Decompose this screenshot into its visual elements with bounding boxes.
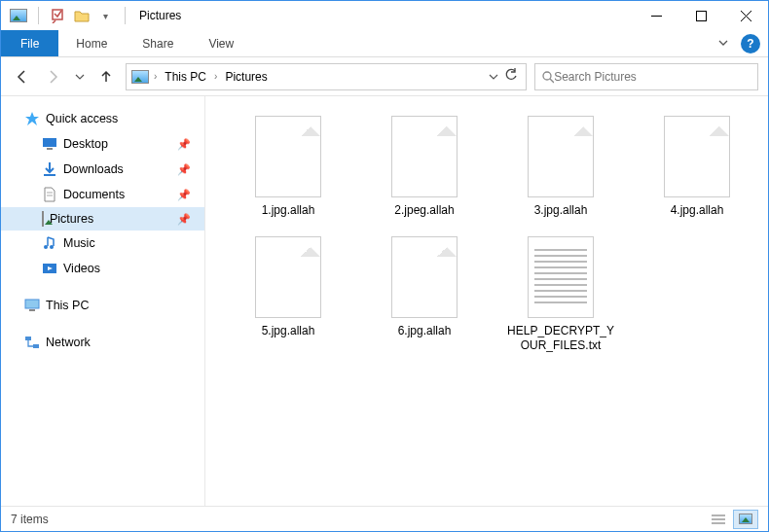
music-icon	[42, 235, 57, 251]
new-folder-icon[interactable]	[72, 6, 92, 25]
file-item[interactable]: 6.jpg.allah	[371, 236, 478, 354]
documents-icon	[42, 187, 57, 202]
maximize-button[interactable]	[678, 1, 723, 30]
explorer-window: ▾ Pictures File Home Share View ? › This…	[0, 0, 769, 532]
sidebar-item-label: Desktop	[63, 137, 108, 151]
forward-button[interactable]	[42, 65, 65, 89]
sidebar-quick-access[interactable]: Quick access	[1, 106, 204, 131]
sidebar-item-downloads[interactable]: Downloads 📌	[1, 157, 204, 182]
properties-icon[interactable]	[49, 6, 68, 25]
tab-share[interactable]: Share	[125, 30, 191, 56]
svg-point-13	[50, 245, 54, 249]
caption-buttons	[634, 1, 768, 30]
sidebar-item-label: Network	[46, 336, 91, 349]
file-list-pane[interactable]: 1.jpg.allah2.jpeg.allah3.jpg.allah4.jpg.…	[205, 96, 768, 506]
item-count: 7 items	[11, 513, 49, 526]
back-button[interactable]	[11, 65, 34, 89]
blank-file-icon	[528, 116, 594, 197]
breadcrumb-pictures[interactable]: Pictures	[221, 68, 271, 86]
svg-rect-16	[29, 309, 35, 311]
file-item[interactable]: 4.jpg.allah	[643, 116, 751, 219]
monitor-icon	[24, 298, 40, 313]
chevron-right-icon[interactable]: ›	[214, 71, 217, 82]
sidebar-item-videos[interactable]: Videos	[1, 256, 204, 281]
file-item[interactable]: HELP_DECRYPT_YOUR_FILES.txt	[507, 236, 614, 354]
svg-rect-17	[25, 337, 31, 340]
file-name: 5.jpg.allah	[262, 324, 315, 339]
recent-locations-dropdown[interactable]	[73, 65, 87, 89]
address-bar[interactable]: › This PC › Pictures	[126, 63, 527, 90]
blank-file-icon	[664, 116, 730, 197]
svg-rect-15	[25, 300, 39, 308]
body: Quick access Desktop 📌 Downloads 📌 Docum…	[1, 96, 768, 506]
pin-icon: 📌	[177, 163, 197, 176]
expand-ribbon-icon[interactable]	[714, 31, 733, 56]
file-name: HELP_DECRYPT_YOUR_FILES.txt	[507, 324, 614, 354]
sidebar-item-documents[interactable]: Documents 📌	[1, 182, 204, 207]
pin-icon: 📌	[177, 213, 197, 226]
help-button[interactable]: ?	[741, 34, 760, 53]
file-tab[interactable]: File	[1, 30, 58, 56]
text-file-icon	[528, 236, 594, 318]
sidebar-item-label: Documents	[63, 188, 125, 201]
qat-dropdown-icon[interactable]: ▾	[95, 6, 115, 25]
blank-file-icon	[391, 116, 458, 197]
file-item[interactable]: 5.jpg.allah	[235, 236, 342, 354]
sidebar-item-desktop[interactable]: Desktop 📌	[1, 131, 204, 157]
breadcrumb-this-pc[interactable]: This PC	[161, 68, 210, 86]
sidebar-item-music[interactable]: Music	[1, 231, 204, 256]
blank-file-icon	[255, 116, 321, 197]
minimize-button[interactable]	[634, 1, 678, 30]
refresh-button[interactable]	[504, 68, 518, 86]
address-dropdown-icon[interactable]	[489, 68, 498, 86]
sidebar-item-label: This PC	[46, 299, 89, 312]
file-item[interactable]: 3.jpg.allah	[507, 116, 614, 219]
large-icons-view-button[interactable]	[733, 510, 758, 529]
svg-rect-18	[33, 344, 39, 348]
navigation-pane: Quick access Desktop 📌 Downloads 📌 Docum…	[1, 96, 205, 506]
separator	[38, 7, 39, 24]
sidebar-item-label: Music	[63, 236, 95, 250]
file-name: 2.jpeg.allah	[394, 203, 454, 219]
quick-access-toolbar: ▾ Pictures	[1, 6, 181, 25]
pictures-icon	[42, 212, 44, 226]
search-input[interactable]	[554, 70, 751, 84]
file-name: 3.jpg.allah	[534, 203, 588, 219]
window-title: Pictures	[139, 9, 181, 22]
search-icon	[541, 70, 554, 84]
downloads-icon	[42, 161, 57, 177]
blank-file-icon	[391, 236, 458, 318]
svg-rect-8	[47, 148, 53, 150]
navigation-bar: › This PC › Pictures	[1, 57, 768, 96]
sidebar-network[interactable]: Network	[1, 330, 204, 355]
tab-view[interactable]: View	[191, 30, 251, 56]
status-bar: 7 items	[1, 506, 768, 531]
star-icon	[24, 111, 40, 126]
tab-home[interactable]: Home	[58, 30, 125, 56]
close-button[interactable]	[723, 1, 768, 30]
svg-point-12	[44, 245, 48, 249]
desktop-icon	[42, 136, 57, 152]
sidebar-item-pictures[interactable]: Pictures 📌	[1, 207, 204, 231]
network-icon	[24, 335, 40, 350]
file-name: 1.jpg.allah	[262, 203, 315, 219]
file-item[interactable]: 2.jpeg.allah	[371, 116, 478, 219]
search-box[interactable]	[534, 63, 758, 90]
svg-point-5	[543, 72, 551, 80]
pin-icon: 📌	[177, 138, 197, 151]
chevron-right-icon[interactable]: ›	[154, 71, 157, 82]
files-grid: 1.jpg.allah2.jpeg.allah3.jpg.allah4.jpg.…	[235, 116, 758, 354]
app-icon	[9, 6, 28, 25]
svg-rect-2	[696, 11, 706, 20]
sidebar-this-pc[interactable]: This PC	[1, 293, 204, 318]
separator	[125, 7, 126, 24]
svg-rect-7	[43, 138, 56, 147]
details-view-button[interactable]	[706, 510, 731, 529]
sidebar-item-label: Videos	[63, 262, 100, 275]
sidebar-item-label: Pictures	[50, 212, 93, 226]
file-name: 4.jpg.allah	[671, 203, 724, 219]
file-name: 6.jpg.allah	[398, 324, 452, 339]
up-button[interactable]	[94, 65, 118, 89]
videos-icon	[42, 261, 57, 276]
file-item[interactable]: 1.jpg.allah	[235, 116, 342, 219]
